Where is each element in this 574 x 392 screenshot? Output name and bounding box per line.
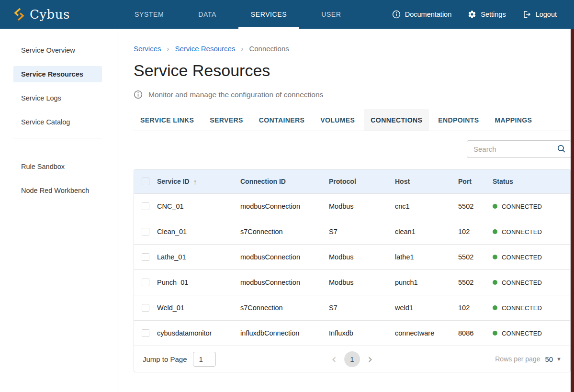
header-checkbox-cell <box>134 178 157 185</box>
sidebar: Service Overview Service Resources Servi… <box>0 29 117 392</box>
breadcrumb-link-services[interactable]: Services <box>134 45 161 53</box>
nav-item-system[interactable]: SYSTEM <box>122 0 176 29</box>
tab-connections[interactable]: CONNECTIONS <box>364 109 429 131</box>
next-page-icon[interactable]: › <box>368 353 372 365</box>
sort-ascending-icon: ↑ <box>193 178 197 186</box>
sidebar-item-node-red-workbench[interactable]: Node Red Workbench <box>13 182 102 199</box>
sidebar-item-label: Service Catalog <box>21 118 70 126</box>
cell-status: CONNECTED <box>493 304 570 312</box>
breadcrumb-link-service-resources[interactable]: Service Resources <box>175 45 236 53</box>
settings-label: Settings <box>481 11 506 18</box>
table-row[interactable]: CNC_01 modbusConnection Modbus cnc1 5502… <box>134 193 570 219</box>
status-connected-dot <box>493 204 497 209</box>
jump-to-page-input[interactable] <box>193 352 216 367</box>
tab-label: VOLUMES <box>320 116 355 124</box>
nav-item-services[interactable]: SERVICES <box>238 0 299 29</box>
select-all-checkbox[interactable] <box>142 178 149 185</box>
info-icon <box>134 90 143 99</box>
table-row[interactable]: Lathe_01 modbusConnection Modbus lathe1 … <box>134 244 570 269</box>
nav-item-data[interactable]: DATA <box>186 0 229 29</box>
rows-per-page-select[interactable]: 50 ▼ <box>545 355 562 363</box>
cell-host: connectware <box>395 329 458 337</box>
table-row[interactable]: Punch_01 modbusConnection Modbus punch1 … <box>134 269 570 295</box>
sidebar-item-label: Service Overview <box>21 46 75 54</box>
row-checkbox[interactable] <box>142 202 149 210</box>
cell-port: 5502 <box>458 202 493 210</box>
status-connected-dot <box>493 255 497 259</box>
tab-volumes[interactable]: VOLUMES <box>314 109 361 131</box>
column-header-connection-id[interactable]: Connection ID <box>240 178 329 185</box>
page-title: Service Resources <box>134 61 571 80</box>
cell-status: CONNECTED <box>493 203 570 210</box>
chevron-down-icon: ▼ <box>556 356 562 362</box>
sidebar-item-label: Service Resources <box>21 70 83 78</box>
column-header-status[interactable]: Status <box>493 178 570 185</box>
sidebar-item-service-logs[interactable]: Service Logs <box>13 90 102 106</box>
cell-service-id: Weld_01 <box>157 304 240 312</box>
row-checkbox[interactable] <box>142 253 149 261</box>
settings-button[interactable]: Settings <box>468 10 506 19</box>
breadcrumb-separator-icon: › <box>167 45 169 53</box>
cell-connection-id: influxdbConnection <box>240 329 329 337</box>
status-connected-dot <box>493 305 497 310</box>
sidebar-item-rule-sandbox[interactable]: Rule Sandbox <box>13 158 102 175</box>
column-header-port[interactable]: Port <box>458 178 493 185</box>
cell-protocol: Modbus <box>329 253 395 261</box>
page-button[interactable]: 1 <box>344 351 360 367</box>
cell-port: 102 <box>458 304 493 312</box>
tab-label: SERVICE LINKS <box>140 116 194 124</box>
row-checkbox[interactable] <box>142 228 149 235</box>
logout-button[interactable]: Logout <box>522 10 557 19</box>
sidebar-item-service-catalog[interactable]: Service Catalog <box>13 114 102 130</box>
status-connected-dot <box>493 229 497 234</box>
search-row <box>134 140 571 158</box>
cell-service-id: Lathe_01 <box>157 253 240 261</box>
nav-item-label: SERVICES <box>251 11 287 18</box>
cell-service-id: CNC_01 <box>157 202 240 210</box>
breadcrumb-separator-icon: › <box>241 45 243 53</box>
tab-mappings[interactable]: MAPPINGS <box>488 109 539 131</box>
nav-item-label: DATA <box>198 11 216 18</box>
documentation-label: Documentation <box>405 11 452 18</box>
table-row[interactable]: cybusdatamonitor influxdbConnection Infl… <box>134 320 570 346</box>
sidebar-divider <box>13 138 102 138</box>
cell-status: CONNECTED <box>493 330 570 337</box>
cell-port: 5502 <box>458 279 493 286</box>
cell-host: clean1 <box>395 228 458 235</box>
column-header-service-id[interactable]: Service ID↑ <box>157 178 240 186</box>
row-checkbox[interactable] <box>142 279 149 286</box>
sidebar-item-label: Node Red Workbench <box>21 187 89 194</box>
cell-service-id: Punch_01 <box>157 279 240 286</box>
column-header-protocol[interactable]: Protocol <box>329 178 395 185</box>
cybus-logo-icon <box>13 7 25 22</box>
gear-icon <box>468 10 476 19</box>
previous-page-icon[interactable]: ‹ <box>332 353 337 365</box>
row-checkbox[interactable] <box>142 304 149 312</box>
table-row[interactable]: Weld_01 s7Connection S7 weld1 102 CONNEC… <box>134 295 570 320</box>
main-nav: SYSTEM DATA SERVICES USER <box>117 0 359 29</box>
tab-label: CONNECTIONS <box>371 116 422 124</box>
cell-connection-id: s7Connection <box>240 228 329 235</box>
nav-item-user[interactable]: USER <box>309 0 353 29</box>
tab-containers[interactable]: CONTAINERS <box>252 109 312 131</box>
tab-service-links[interactable]: SERVICE LINKS <box>134 109 201 131</box>
vertical-scrollbar[interactable] <box>571 29 574 392</box>
row-checkbox[interactable] <box>142 329 149 337</box>
table-footer: Jump to Page ‹ 1 › Rows per page 50 ▼ <box>134 346 570 372</box>
tab-servers[interactable]: SERVERS <box>203 109 249 131</box>
rows-per-page: Rows per page 50 ▼ <box>495 355 562 363</box>
documentation-button[interactable]: Documentation <box>392 10 452 19</box>
sidebar-item-service-resources[interactable]: Service Resources <box>13 66 102 82</box>
cell-host: punch1 <box>395 279 458 286</box>
sidebar-item-service-overview[interactable]: Service Overview <box>13 42 102 58</box>
tab-label: CONTAINERS <box>259 116 305 124</box>
nav-item-label: SYSTEM <box>135 11 164 18</box>
cell-host: weld1 <box>395 304 458 312</box>
table-row[interactable]: Clean_01 s7Connection S7 clean1 102 CONN… <box>134 219 570 244</box>
app-window: Cybus SYSTEM DATA SERVICES USER Document… <box>0 0 574 392</box>
column-header-host[interactable]: Host <box>395 178 458 185</box>
brand-logo[interactable]: Cybus <box>0 0 117 29</box>
search-input[interactable] <box>467 140 571 158</box>
search-icon[interactable] <box>557 144 566 154</box>
tab-endpoints[interactable]: ENDPOINTS <box>431 109 485 131</box>
